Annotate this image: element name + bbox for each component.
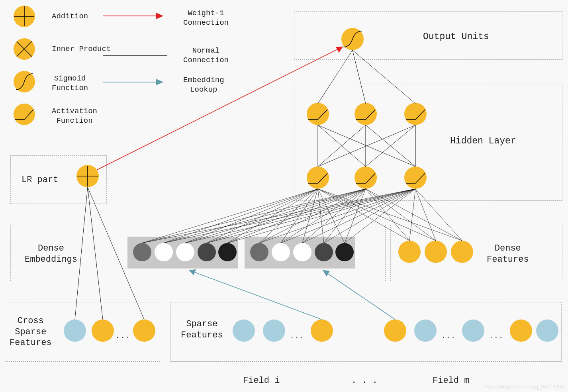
cross-sparse-n2 bbox=[92, 319, 114, 342]
hidden-layer-label: Hidden Layer bbox=[450, 135, 516, 147]
legend-weight1-arrow bbox=[103, 13, 163, 19]
sparse-n8 bbox=[536, 319, 558, 342]
emb2-n5 bbox=[335, 243, 354, 261]
legend-activation-label: Activation Function bbox=[52, 107, 97, 126]
hidden2-node-1 bbox=[307, 167, 329, 189]
legend-embedding-label: Embedding Lookup bbox=[183, 76, 224, 95]
sparse-n3 bbox=[311, 319, 333, 342]
field-dots-label: . . . bbox=[351, 375, 378, 386]
legend-sigmoid-icon bbox=[14, 71, 35, 92]
legend-inner-product-icon bbox=[14, 38, 35, 60]
emb1-n4 bbox=[198, 243, 216, 261]
svg-marker-8 bbox=[156, 79, 163, 85]
emb1-n2 bbox=[155, 243, 173, 261]
lr-part-label: LR part bbox=[22, 174, 58, 186]
sparse-n7 bbox=[510, 319, 532, 342]
output-units-label: Output Units bbox=[423, 31, 489, 43]
emb2-n1 bbox=[250, 243, 268, 261]
sparse-n6 bbox=[462, 319, 484, 342]
legend-addition-icon bbox=[14, 6, 35, 27]
sparse-dots-1: . . . bbox=[291, 330, 303, 340]
emb2-n2 bbox=[272, 243, 290, 261]
hidden1-node-1 bbox=[307, 103, 329, 125]
cross-sparse-dots: . . . bbox=[116, 330, 129, 340]
cross-sparse-n3 bbox=[133, 319, 155, 342]
legend-inner-product-label: Inner Product bbox=[52, 45, 111, 54]
legend-embedding-arrow bbox=[103, 79, 163, 85]
field-i-label: Field i bbox=[243, 375, 280, 386]
sparse-n1 bbox=[233, 319, 255, 342]
watermark: https://blog.csdn.net/qq_34219959 bbox=[485, 384, 564, 390]
legend-weight1-label: Weight-1 Connection bbox=[183, 9, 229, 28]
legend-normal-label: Normal Connection bbox=[183, 46, 229, 65]
legend-activation-icon bbox=[14, 104, 35, 125]
output-node bbox=[341, 28, 364, 50]
cross-sparse-n1 bbox=[64, 319, 86, 342]
sparse-dots-2: . . . bbox=[442, 330, 454, 340]
dense-feat-3 bbox=[451, 241, 473, 263]
emb2-n4 bbox=[315, 243, 333, 261]
cross-sparse-label: Cross Sparse Features bbox=[10, 316, 52, 349]
legend-sigmoid-label: Sigmoid Function bbox=[52, 74, 88, 93]
hidden2-node-2 bbox=[355, 167, 377, 189]
hidden2-node-3 bbox=[404, 167, 427, 189]
lr-addition-node bbox=[76, 165, 99, 187]
emb2-n3 bbox=[293, 243, 311, 261]
hidden-layer-box bbox=[294, 84, 562, 201]
sparse-features-label: Sparse Features bbox=[181, 319, 223, 341]
dense-embeddings-label: Dense Embeddings bbox=[25, 243, 77, 265]
sparse-features-box bbox=[170, 302, 562, 362]
sparse-n5 bbox=[414, 319, 437, 342]
dense-feat-2 bbox=[425, 241, 447, 263]
sparse-n2 bbox=[263, 319, 285, 342]
hidden1-node-2 bbox=[355, 103, 377, 125]
field-m-label: Field m bbox=[433, 375, 469, 386]
emb1-n5 bbox=[218, 243, 237, 261]
hidden1-node-3 bbox=[404, 103, 427, 125]
emb1-n1 bbox=[133, 243, 151, 261]
svg-marker-5 bbox=[156, 13, 163, 19]
emb1-n3 bbox=[176, 243, 194, 261]
sparse-n4 bbox=[384, 319, 406, 342]
sparse-dots-3: . . . bbox=[490, 330, 502, 340]
dense-features-label: Dense Features bbox=[487, 243, 529, 265]
dense-feat-1 bbox=[398, 241, 421, 263]
legend-addition-label: Addition bbox=[52, 12, 88, 22]
